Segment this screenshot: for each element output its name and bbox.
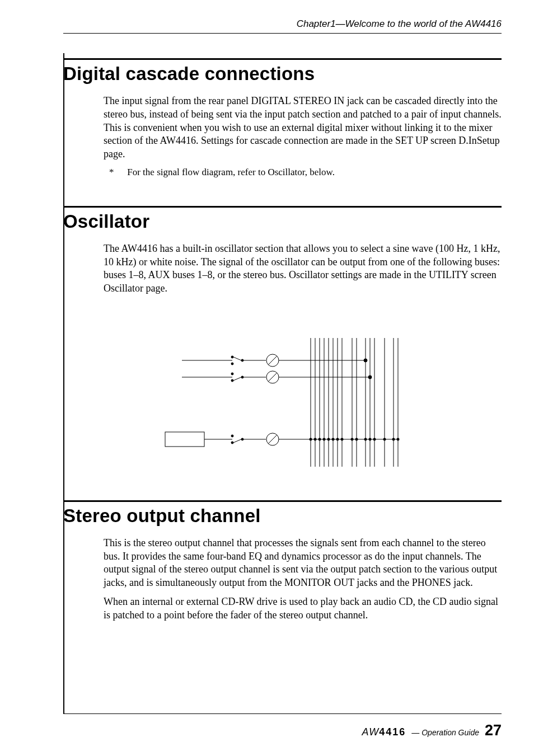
section-oscillator: Oscillator The AW4416 has a built-in osc… — [63, 206, 502, 472]
input-line-2 — [182, 371, 372, 383]
svg-point-59 — [383, 438, 386, 440]
svg-point-53 — [340, 438, 343, 440]
bus-group-3 — [385, 338, 398, 467]
svg-point-18 — [231, 363, 233, 365]
left-margin-rule — [63, 53, 64, 714]
svg-point-60 — [392, 438, 395, 440]
bus-group-2 — [352, 338, 374, 467]
asterisk-icon: * — [117, 167, 125, 178]
page-footer: AW4416 — Operation Guide 27 — [362, 722, 502, 739]
footnote-text: For the signal flow diagram, refer to Os… — [127, 167, 335, 177]
bus-group-1 — [311, 338, 342, 467]
brand-model: 4416 — [379, 726, 406, 738]
svg-line-40 — [233, 439, 241, 443]
svg-line-23 — [268, 356, 277, 365]
input-line-1 — [182, 354, 367, 367]
header-rule — [63, 33, 502, 34]
svg-point-47 — [313, 438, 316, 440]
section-title: Stereo output channel — [63, 505, 502, 527]
section-title: Oscillator — [63, 211, 502, 232]
paragraph: The input signal from the rear panel DIG… — [104, 95, 502, 161]
svg-point-20 — [241, 359, 243, 361]
signal-flow-diagram — [63, 327, 502, 472]
svg-point-56 — [364, 438, 367, 440]
svg-point-39 — [231, 442, 233, 444]
svg-point-61 — [396, 438, 399, 440]
svg-point-27 — [231, 373, 233, 375]
section-body: The AW4416 has a built-in oscillator sec… — [104, 242, 502, 295]
svg-point-17 — [231, 356, 233, 358]
section-rule — [63, 500, 502, 502]
svg-point-55 — [355, 438, 358, 440]
svg-line-33 — [268, 373, 277, 382]
brand-mark: AW4416 — [362, 726, 406, 738]
section-rule — [63, 206, 502, 208]
section-stereo-output: Stereo output channel This is the stereo… — [63, 500, 502, 622]
section-body: This is the stereo output channel that p… — [104, 537, 502, 622]
svg-point-51 — [331, 438, 334, 440]
svg-point-50 — [327, 438, 330, 440]
svg-rect-36 — [165, 432, 204, 447]
svg-point-41 — [241, 438, 243, 440]
svg-point-38 — [231, 435, 233, 437]
svg-point-28 — [231, 379, 233, 382]
svg-point-46 — [309, 438, 312, 440]
paragraph: This is the stereo output channel that p… — [104, 537, 502, 590]
svg-point-49 — [322, 438, 325, 440]
paragraph: When an internal or external CD-RW drive… — [104, 595, 502, 622]
page-number: 27 — [485, 722, 502, 739]
footnote: * For the signal flow diagram, refer to … — [117, 167, 502, 178]
section-title: Digital cascade connections — [63, 63, 502, 84]
section-rule — [63, 58, 502, 60]
paragraph: The AW4416 has a built-in oscillator sec… — [104, 242, 502, 295]
svg-point-57 — [368, 438, 371, 440]
svg-line-44 — [268, 435, 277, 444]
svg-point-25 — [364, 359, 367, 362]
diagram-svg — [143, 327, 423, 472]
footer-rule — [63, 713, 502, 714]
svg-point-35 — [368, 375, 372, 379]
section-digital-cascade: Digital cascade connections The input si… — [63, 58, 502, 178]
oscillator-block — [165, 432, 398, 447]
footer-guide-label: — Operation Guide — [411, 728, 479, 737]
brand-prefix: AW — [362, 726, 380, 738]
section-body: The input signal from the rear panel DIG… — [104, 95, 502, 178]
svg-line-19 — [233, 357, 241, 360]
running-header: Chapter1—Welcome to the world of the AW4… — [63, 18, 502, 30]
svg-point-54 — [350, 438, 353, 440]
svg-point-58 — [373, 438, 376, 440]
svg-line-29 — [233, 377, 241, 381]
svg-point-48 — [318, 438, 321, 440]
svg-point-30 — [241, 376, 243, 378]
svg-point-52 — [336, 438, 339, 440]
